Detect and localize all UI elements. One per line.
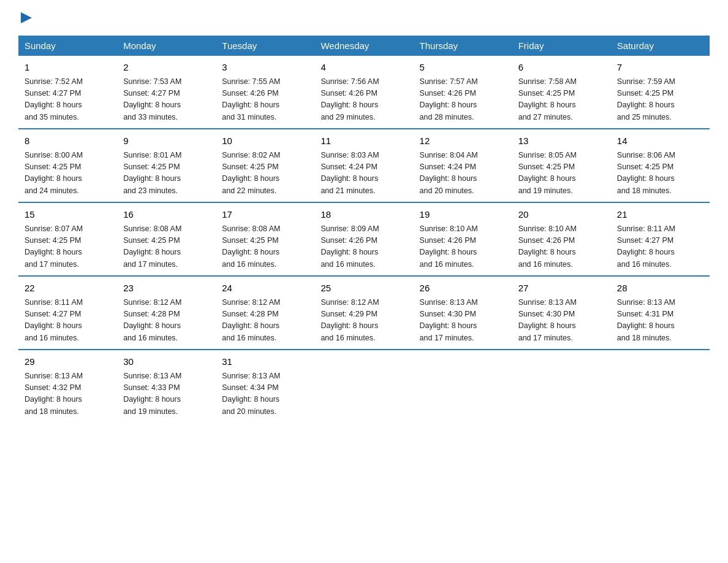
- day-number: 27: [518, 282, 605, 296]
- day-number: 14: [617, 134, 703, 148]
- day-cell: 17Sunrise: 8:08 AMSunset: 4:25 PMDayligh…: [216, 202, 314, 276]
- day-cell: 14Sunrise: 8:06 AMSunset: 4:25 PMDayligh…: [611, 129, 710, 202]
- day-cell: 18Sunrise: 8:09 AMSunset: 4:26 PMDayligh…: [314, 202, 413, 276]
- day-cell: 23Sunrise: 8:12 AMSunset: 4:28 PMDayligh…: [117, 276, 216, 350]
- page-header: [18, 12, 710, 23]
- day-cell: 4Sunrise: 7:56 AMSunset: 4:26 PMDaylight…: [314, 56, 413, 129]
- day-number: 26: [420, 282, 506, 296]
- day-cell: 1Sunrise: 7:52 AMSunset: 4:27 PMDaylight…: [18, 56, 117, 129]
- day-cell: 28Sunrise: 8:13 AMSunset: 4:31 PMDayligh…: [611, 276, 710, 350]
- day-cell: 3Sunrise: 7:55 AMSunset: 4:26 PMDaylight…: [216, 56, 314, 129]
- day-info: Sunrise: 7:58 AMSunset: 4:25 PMDaylight:…: [518, 76, 605, 124]
- day-info: Sunrise: 8:13 AMSunset: 4:30 PMDaylight:…: [420, 297, 506, 345]
- day-cell: [611, 350, 710, 423]
- day-info: Sunrise: 8:10 AMSunset: 4:26 PMDaylight:…: [420, 223, 506, 271]
- day-info: Sunrise: 8:12 AMSunset: 4:29 PMDaylight:…: [320, 297, 407, 345]
- header-row: Sunday Monday Tuesday Wednesday Thursday…: [18, 36, 710, 56]
- logo: [18, 12, 33, 23]
- day-number: 6: [518, 61, 605, 75]
- day-info: Sunrise: 8:07 AMSunset: 4:25 PMDaylight:…: [25, 223, 111, 271]
- calendar-table: Sunday Monday Tuesday Wednesday Thursday…: [18, 36, 710, 423]
- day-cell: 26Sunrise: 8:13 AMSunset: 4:30 PMDayligh…: [414, 276, 512, 350]
- day-number: 25: [320, 282, 407, 296]
- logo-triangle-icon: [20, 11, 33, 25]
- day-number: 24: [222, 282, 308, 296]
- day-info: Sunrise: 8:06 AMSunset: 4:25 PMDaylight:…: [617, 150, 703, 197]
- day-cell: 10Sunrise: 8:02 AMSunset: 4:25 PMDayligh…: [216, 129, 314, 202]
- day-cell: 6Sunrise: 7:58 AMSunset: 4:25 PMDaylight…: [512, 56, 611, 129]
- day-info: Sunrise: 8:11 AMSunset: 4:27 PMDaylight:…: [617, 223, 703, 271]
- day-cell: 5Sunrise: 7:57 AMSunset: 4:26 PMDaylight…: [414, 56, 512, 129]
- header-monday: Monday: [117, 36, 216, 56]
- day-info: Sunrise: 8:13 AMSunset: 4:31 PMDaylight:…: [617, 297, 703, 345]
- day-info: Sunrise: 8:11 AMSunset: 4:27 PMDaylight:…: [25, 297, 111, 345]
- day-cell: [512, 350, 611, 423]
- day-info: Sunrise: 8:13 AMSunset: 4:30 PMDaylight:…: [518, 297, 605, 345]
- day-cell: 2Sunrise: 7:53 AMSunset: 4:27 PMDaylight…: [117, 56, 216, 129]
- day-info: Sunrise: 7:52 AMSunset: 4:27 PMDaylight:…: [25, 76, 111, 124]
- day-info: Sunrise: 8:12 AMSunset: 4:28 PMDaylight:…: [123, 297, 210, 345]
- day-number: 7: [617, 61, 703, 75]
- day-number: 5: [420, 61, 506, 75]
- day-info: Sunrise: 8:12 AMSunset: 4:28 PMDaylight:…: [222, 297, 308, 345]
- day-info: Sunrise: 7:53 AMSunset: 4:27 PMDaylight:…: [123, 76, 210, 124]
- day-number: 3: [222, 61, 308, 75]
- header-saturday: Saturday: [611, 36, 710, 56]
- day-info: Sunrise: 8:13 AMSunset: 4:32 PMDaylight:…: [25, 370, 111, 418]
- day-number: 4: [320, 61, 407, 75]
- day-cell: 11Sunrise: 8:03 AMSunset: 4:24 PMDayligh…: [314, 129, 413, 202]
- day-info: Sunrise: 8:13 AMSunset: 4:33 PMDaylight:…: [123, 370, 210, 418]
- day-number: 21: [617, 208, 703, 222]
- week-row-4: 22Sunrise: 8:11 AMSunset: 4:27 PMDayligh…: [18, 276, 710, 350]
- day-cell: 25Sunrise: 8:12 AMSunset: 4:29 PMDayligh…: [314, 276, 413, 350]
- day-cell: 30Sunrise: 8:13 AMSunset: 4:33 PMDayligh…: [117, 350, 216, 423]
- header-wednesday: Wednesday: [314, 36, 413, 56]
- day-number: 12: [420, 134, 506, 148]
- day-info: Sunrise: 8:00 AMSunset: 4:25 PMDaylight:…: [25, 150, 111, 197]
- day-cell: 8Sunrise: 8:00 AMSunset: 4:25 PMDaylight…: [18, 129, 117, 202]
- day-cell: 27Sunrise: 8:13 AMSunset: 4:30 PMDayligh…: [512, 276, 611, 350]
- day-info: Sunrise: 8:08 AMSunset: 4:25 PMDaylight:…: [222, 223, 308, 271]
- day-info: Sunrise: 8:04 AMSunset: 4:24 PMDaylight:…: [420, 150, 506, 197]
- day-number: 22: [25, 282, 111, 296]
- day-info: Sunrise: 7:55 AMSunset: 4:26 PMDaylight:…: [222, 76, 308, 124]
- day-cell: 12Sunrise: 8:04 AMSunset: 4:24 PMDayligh…: [414, 129, 512, 202]
- day-info: Sunrise: 8:10 AMSunset: 4:26 PMDaylight:…: [518, 223, 605, 271]
- header-sunday: Sunday: [18, 36, 117, 56]
- day-number: 15: [25, 208, 111, 222]
- day-info: Sunrise: 8:13 AMSunset: 4:34 PMDaylight:…: [222, 370, 308, 418]
- day-number: 8: [25, 134, 111, 148]
- week-row-2: 8Sunrise: 8:00 AMSunset: 4:25 PMDaylight…: [18, 129, 710, 202]
- day-number: 31: [222, 355, 308, 369]
- day-info: Sunrise: 7:57 AMSunset: 4:26 PMDaylight:…: [420, 76, 506, 124]
- day-info: Sunrise: 8:05 AMSunset: 4:25 PMDaylight:…: [518, 150, 605, 197]
- day-number: 18: [320, 208, 407, 222]
- day-cell: [414, 350, 512, 423]
- day-info: Sunrise: 8:09 AMSunset: 4:26 PMDaylight:…: [320, 223, 407, 271]
- header-thursday: Thursday: [414, 36, 512, 56]
- day-number: 10: [222, 134, 308, 148]
- day-number: 1: [25, 61, 111, 75]
- day-number: 29: [25, 355, 111, 369]
- week-row-3: 15Sunrise: 8:07 AMSunset: 4:25 PMDayligh…: [18, 202, 710, 276]
- calendar-body: 1Sunrise: 7:52 AMSunset: 4:27 PMDaylight…: [18, 56, 710, 423]
- day-number: 9: [123, 134, 210, 148]
- day-cell: 9Sunrise: 8:01 AMSunset: 4:25 PMDaylight…: [117, 129, 216, 202]
- day-number: 17: [222, 208, 308, 222]
- day-cell: 20Sunrise: 8:10 AMSunset: 4:26 PMDayligh…: [512, 202, 611, 276]
- day-number: 20: [518, 208, 605, 222]
- day-number: 23: [123, 282, 210, 296]
- day-info: Sunrise: 8:03 AMSunset: 4:24 PMDaylight:…: [320, 150, 407, 197]
- day-number: 16: [123, 208, 210, 222]
- day-cell: 21Sunrise: 8:11 AMSunset: 4:27 PMDayligh…: [611, 202, 710, 276]
- day-number: 2: [123, 61, 210, 75]
- day-cell: 29Sunrise: 8:13 AMSunset: 4:32 PMDayligh…: [18, 350, 117, 423]
- week-row-5: 29Sunrise: 8:13 AMSunset: 4:32 PMDayligh…: [18, 350, 710, 423]
- calendar-header: Sunday Monday Tuesday Wednesday Thursday…: [18, 36, 710, 56]
- day-cell: 31Sunrise: 8:13 AMSunset: 4:34 PMDayligh…: [216, 350, 314, 423]
- day-info: Sunrise: 8:08 AMSunset: 4:25 PMDaylight:…: [123, 223, 210, 271]
- svg-marker-0: [21, 12, 32, 23]
- header-tuesday: Tuesday: [216, 36, 314, 56]
- day-info: Sunrise: 7:59 AMSunset: 4:25 PMDaylight:…: [617, 76, 703, 124]
- day-number: 13: [518, 134, 605, 148]
